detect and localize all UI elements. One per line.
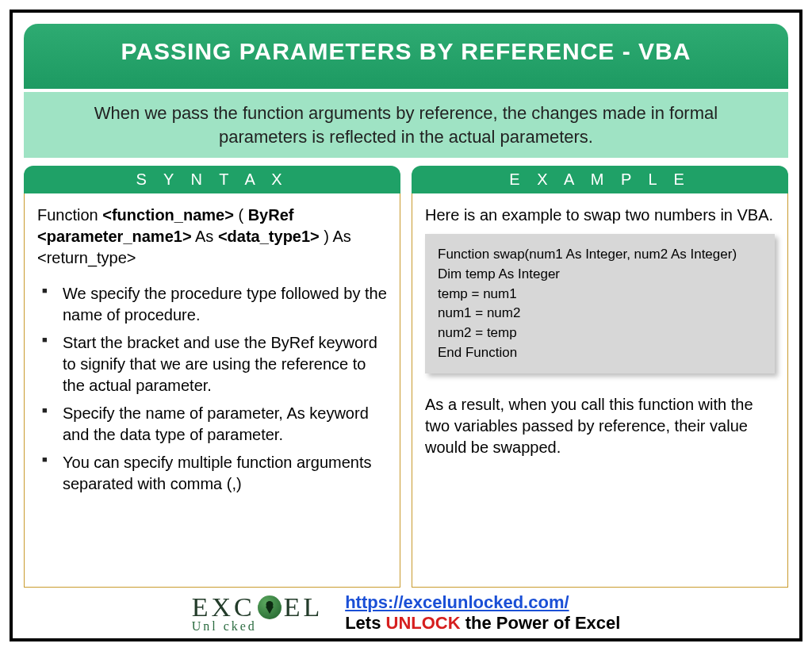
- syntax-body: Function <function_name> ( ByRef <parame…: [24, 193, 400, 588]
- syntax-heading: S Y N T A X: [24, 166, 400, 193]
- code-line: num1 = num2: [438, 304, 762, 324]
- columns: S Y N T A X Function <function_name> ( B…: [24, 166, 788, 588]
- code-line: End Function: [438, 343, 762, 363]
- code-line: num2 = temp: [438, 324, 762, 343]
- ph-function-name: <function_name>: [102, 206, 234, 224]
- ph-data-type: <data_type1>: [218, 228, 320, 245]
- syntax-column: S Y N T A X Function <function_name> ( B…: [24, 166, 400, 588]
- tagline-post: the Power of Excel: [461, 613, 621, 633]
- syntax-signature: Function <function_name> ( ByRef <parame…: [37, 205, 387, 269]
- code-line: temp = num1: [438, 285, 762, 304]
- paren-open: (: [234, 206, 248, 224]
- footer-right: https://excelunlocked.com/ Lets UNLOCK t…: [345, 592, 620, 634]
- logo-text-el: EL: [284, 592, 324, 622]
- bullet-item: You can specify multiple function argume…: [42, 452, 387, 495]
- example-outro: As a result, when you call this function…: [425, 394, 775, 458]
- ph-return-type: <return_type>: [37, 249, 136, 266]
- ph-param-name: <parameter_name1>: [37, 228, 192, 245]
- site-link[interactable]: https://excelunlocked.com/: [345, 592, 569, 612]
- code-block: Function swap(num1 As Integer, num2 As I…: [425, 234, 775, 373]
- syntax-bullets: We specify the procedure type followed b…: [37, 283, 387, 495]
- kw-function: Function: [37, 206, 102, 224]
- document-frame: PASSING PARAMETERS BY REFERENCE - VBA Wh…: [10, 10, 802, 641]
- logo: EXCEL Unl cked: [192, 592, 324, 634]
- bullet-item: Start the bracket and use the ByRef keyw…: [42, 332, 387, 396]
- example-column: E X A M P L E Here is an example to swap…: [412, 166, 788, 588]
- intro-text: When we pass the function arguments by r…: [24, 92, 788, 158]
- bullet-item: Specify the name of parameter, As keywor…: [42, 403, 387, 446]
- kw-as: As: [192, 228, 218, 245]
- example-intro: Here is an example to swap two numbers i…: [425, 205, 775, 226]
- tagline-unlock: UNLOCK: [386, 613, 461, 633]
- example-body: Here is an example to swap two numbers i…: [412, 193, 788, 588]
- kw-byref: ByRef: [248, 206, 294, 224]
- footer: EXCEL Unl cked https://excelunlocked.com…: [24, 588, 788, 634]
- logo-text-exc: EXC: [192, 592, 255, 622]
- example-heading: E X A M P L E: [412, 166, 788, 193]
- tagline-pre: Lets: [345, 613, 385, 633]
- bullet-item: We specify the procedure type followed b…: [42, 283, 387, 326]
- code-line: Dim temp As Integer: [438, 265, 762, 285]
- code-line: Function swap(num1 As Integer, num2 As I…: [438, 245, 762, 265]
- page-title: PASSING PARAMETERS BY REFERENCE - VBA: [24, 24, 788, 89]
- keyhole-icon: [258, 595, 282, 619]
- logo-top: EXCEL: [192, 592, 324, 622]
- logo-sub: Unl cked: [192, 619, 257, 634]
- paren-close: ) As: [320, 228, 351, 245]
